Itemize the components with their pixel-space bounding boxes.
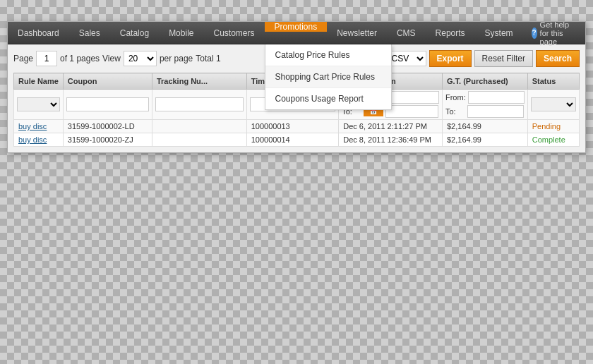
gt-purchased-range: From: To:: [445, 91, 525, 118]
dropdown-shopping-cart-price-rules[interactable]: Shopping Cart Price Rules: [265, 66, 391, 88]
row2-status-badge: Complete: [532, 135, 565, 144]
row1-status: Pending: [527, 120, 579, 133]
col-status: Status: [527, 73, 579, 90]
help-label: Get help for this page: [540, 20, 577, 46]
gt-to-label: To:: [445, 107, 465, 116]
col-gt-purchased: G.T. (Purchased): [442, 73, 527, 90]
nav-item-customers[interactable]: Customers: [203, 22, 264, 44]
status-filter-select[interactable]: Pending Complete: [531, 97, 576, 111]
nav-bar: Dashboard Sales Catalog Mobile Customers…: [8, 22, 585, 44]
nav-item-sales[interactable]: Sales: [69, 22, 110, 44]
filter-status: Pending Complete: [527, 90, 579, 120]
row1-times-used: 100000013: [246, 120, 339, 133]
rule-name-filter-select[interactable]: [17, 97, 60, 111]
promotions-dropdown-menu: Catalog Price Rules Shopping Cart Price …: [265, 44, 392, 110]
row2-purchased-on: Dec 8, 2011 12:36:49 PM: [339, 133, 443, 147]
gt-to-row: To:: [445, 105, 525, 118]
filter-rule-name: [14, 90, 64, 120]
page-label: Page: [13, 54, 33, 63]
help-icon: ?: [532, 28, 537, 39]
promotions-dropdown-container: Promotions Catalog Price Rules Shopping …: [265, 22, 328, 44]
filter-tracking-num: [152, 90, 246, 120]
table-row: buy disc 31599-1000002-LD 100000013 Dec …: [14, 120, 580, 133]
page-input[interactable]: [36, 51, 57, 66]
table-row: buy disc 31599-1000020-ZJ 100000014 Dec …: [14, 133, 580, 147]
row2-coupon: 31599-1000020-ZJ: [63, 133, 152, 147]
row2-status: Complete: [527, 133, 579, 147]
nav-item-newsletter[interactable]: Newsletter: [327, 22, 387, 44]
row1-coupon: 31599-1000002-LD: [63, 120, 152, 133]
nav-item-catalog[interactable]: Catalog: [110, 22, 159, 44]
coupon-filter-input[interactable]: [66, 97, 149, 111]
nav-item-cms[interactable]: CMS: [387, 22, 426, 44]
tracking-filter-input[interactable]: [155, 97, 244, 111]
row2-tracking-num: [152, 133, 246, 147]
search-button[interactable]: Search: [536, 50, 580, 67]
nav-item-dashboard[interactable]: Dashboard: [8, 22, 69, 44]
nav-item-system[interactable]: System: [475, 22, 523, 44]
nav-item-promotions[interactable]: Promotions: [265, 22, 328, 32]
nav-item-reports[interactable]: Reports: [426, 22, 475, 44]
view-select[interactable]: 20 50 100: [124, 51, 157, 66]
view-label: View: [102, 54, 121, 63]
total-label: Total 1: [196, 54, 220, 63]
gt-from-input[interactable]: [468, 91, 525, 104]
row2-rule-name: buy disc: [14, 133, 64, 147]
of-pages-label: of 1 pages: [60, 54, 100, 63]
purchased-on-to-input[interactable]: [385, 105, 438, 118]
gt-to-input[interactable]: [467, 105, 524, 118]
col-rule-name: Rule Name: [14, 73, 64, 90]
purchased-on-from-input[interactable]: [386, 91, 439, 104]
reset-filter-button[interactable]: Reset Filter: [474, 50, 533, 67]
dropdown-catalog-price-rules[interactable]: Catalog Price Rules: [265, 44, 391, 66]
export-format-select[interactable]: CSV XML Excel: [387, 51, 426, 66]
row1-rule-name-link[interactable]: buy disc: [18, 122, 47, 131]
export-button[interactable]: Export: [429, 50, 472, 67]
nav-item-mobile[interactable]: Mobile: [159, 22, 203, 44]
row2-rule-name-link[interactable]: buy disc: [18, 135, 47, 144]
gt-from-row: From:: [445, 91, 525, 104]
row1-rule-name: buy disc: [14, 120, 64, 133]
filter-gt-purchased: From: To:: [442, 90, 527, 120]
col-coupon: Coupon: [63, 73, 152, 90]
row2-gt-purchased: $2,164.99: [442, 133, 527, 147]
row1-tracking-num: [152, 120, 246, 133]
dropdown-coupons-usage-report[interactable]: Coupons Usage Report: [265, 88, 391, 109]
row1-status-badge: Pending: [532, 122, 561, 131]
per-page-label: per page: [160, 54, 193, 63]
nav-help[interactable]: ? Get help for this page: [523, 22, 585, 44]
row1-purchased-on: Dec 6, 2011 2:11:27 PM: [339, 120, 443, 133]
filter-coupon: [63, 90, 152, 120]
gt-from-label: From:: [445, 93, 466, 102]
row1-gt-purchased: $2,164.99: [442, 120, 527, 133]
col-tracking-num: Tracking Nu...: [152, 73, 246, 90]
row2-times-used: 100000014: [246, 133, 339, 147]
